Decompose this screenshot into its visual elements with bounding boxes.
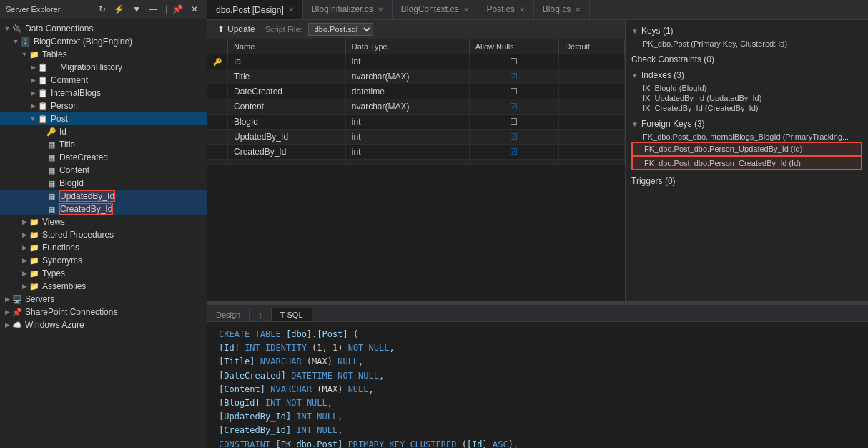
tree-item-Assemblies[interactable]: ▶ 📁 Assemblies (0, 280, 207, 293)
col-allownulls[interactable]: ☑ (469, 69, 558, 84)
tab-dbo_Post__Design_[interactable]: dbo.Post [Design]✕ (207, 0, 303, 19)
tree-item-Data_Connections[interactable]: ▼ 🔌 Data Connections (0, 22, 207, 35)
col-default[interactable] (559, 145, 625, 160)
checkbox-checked[interactable]: ☑ (510, 102, 518, 112)
tree-item-Tables[interactable]: ▼ 📁 Tables (0, 48, 207, 61)
col-datatype[interactable]: nvarchar(MAX) (345, 69, 469, 84)
col-name[interactable]: Title (228, 69, 346, 84)
col-default[interactable] (559, 115, 625, 130)
col-datatype[interactable]: nvarchar(MAX) (345, 99, 469, 115)
col-allownulls[interactable]: ☑ (469, 145, 558, 160)
col-datatype[interactable]: int (345, 115, 469, 130)
table-row[interactable]: Content nvarchar(MAX) ☑ (207, 99, 625, 115)
tree-item-Title[interactable]: ▦ Title (0, 138, 207, 151)
toolbar-collapse[interactable]: — (146, 3, 160, 16)
indexes-header[interactable]: ▼ Indexes (3) (631, 70, 862, 80)
foreign-keys-header[interactable]: ▼ Foreign Keys (3) (631, 119, 862, 129)
script-file-select[interactable]: dbo.Post.sql (308, 23, 373, 36)
tab-Post_cs[interactable]: Post.cs✕ (478, 0, 534, 19)
col-datatype[interactable]: int (345, 54, 469, 69)
tree-item-SharePoint_Connections[interactable]: ▶ 📌 SharePoint Connections (0, 306, 207, 318)
col-default[interactable] (559, 54, 625, 69)
table-row[interactable]: Title nvarchar(MAX) ☑ (207, 69, 625, 84)
table-row[interactable]: DateCreated datetime ☐ (207, 84, 625, 99)
tree-item-Synonyms[interactable]: ▶ 📁 Synonyms (0, 254, 207, 267)
tree-item-CreatedBy_Id[interactable]: ▦ CreatedBy_Id (0, 203, 207, 215)
tree-item-Functions[interactable]: ▶ 📁 Functions (0, 241, 207, 254)
col-name[interactable]: DateCreated (228, 84, 346, 99)
tree-item-InternalBlogs[interactable]: ▶ 📋 InternalBlogs (0, 87, 207, 99)
col-default[interactable] (559, 99, 625, 115)
col-name[interactable]: Content (228, 99, 346, 115)
checkbox-checked[interactable]: ☑ (510, 132, 518, 142)
col-datatype[interactable]: datetime (345, 84, 469, 99)
col-name[interactable]: UpdatedBy_Id (228, 130, 346, 145)
col-allownulls[interactable] (469, 160, 558, 165)
col-allownulls[interactable]: ☐ (469, 84, 558, 99)
tree-item-BlogId[interactable]: ▦ BlogId (0, 177, 207, 190)
triggers-header[interactable]: Triggers (0) (631, 176, 862, 186)
col-datatype[interactable] (345, 160, 469, 165)
col-datatype[interactable]: int (345, 130, 469, 145)
col-datatype[interactable]: int (345, 145, 469, 160)
table-row[interactable]: BlogId int ☐ (207, 115, 625, 130)
check-constraints-header[interactable]: Check Constraints (0) (631, 54, 862, 64)
tree-item-Post[interactable]: ▼ 📋 Post (0, 112, 207, 125)
table-row[interactable]: UpdatedBy_Id int ☑ (207, 130, 625, 145)
col-name[interactable]: Id (228, 54, 346, 69)
col-default[interactable] (559, 130, 625, 145)
tree-item-Stored_Procedures[interactable]: ▶ 📁 Stored Procedures (0, 228, 207, 241)
tree-item-Comment[interactable]: ▶ 📋 Comment (0, 74, 207, 87)
tree-item-Servers[interactable]: ▶ 🖥️ Servers (0, 293, 207, 306)
sql-tab-T_SQL[interactable]: T-SQL (272, 308, 312, 321)
sql-tab-Design[interactable]: Design (207, 308, 250, 321)
tab-Blog_cs[interactable]: Blog.cs✕ (534, 0, 590, 19)
close-tab-icon[interactable]: ✕ (378, 6, 383, 14)
col-allownulls[interactable]: ☑ (469, 99, 558, 115)
checkbox-unchecked[interactable]: ☐ (510, 117, 518, 127)
col-default[interactable] (559, 84, 625, 99)
tree-item-DateCreated[interactable]: ▦ DateCreated (0, 151, 207, 164)
toolbar-close[interactable]: ✕ (188, 3, 201, 16)
checkbox-unchecked[interactable]: ☐ (510, 87, 518, 97)
foreign-keys-title: Foreign Keys (3) (641, 119, 705, 129)
close-tab-icon[interactable]: ✕ (288, 6, 294, 14)
tree-item-Windows_Azure[interactable]: ▶ ☁️ Windows Azure (0, 318, 207, 331)
col-allownulls[interactable]: ☑ (469, 130, 558, 145)
tree-item-Views[interactable]: ▶ 📁 Views (0, 215, 207, 228)
keys-header[interactable]: ▼ Keys (1) (631, 26, 862, 36)
tab-BlogInitializer_cs[interactable]: BlogInitializer.cs✕ (303, 0, 393, 19)
tree-item-__MigrationHistory[interactable]: ▶ 📋 __MigrationHistory (0, 61, 207, 74)
toolbar-refresh[interactable]: ↻ (96, 3, 109, 16)
checkbox-checked[interactable]: ☑ (510, 147, 518, 157)
toolbar-filter[interactable]: ▼ (129, 3, 144, 16)
toolbar-pin[interactable]: 📌 (169, 3, 186, 16)
checkbox-unchecked[interactable]: ☐ (510, 57, 518, 67)
table-row[interactable] (207, 160, 625, 165)
close-tab-icon[interactable]: ✕ (519, 6, 525, 14)
expand-icon (37, 127, 46, 136)
tree-item-Content[interactable]: ▦ Content (0, 164, 207, 177)
col-name[interactable]: BlogId (228, 115, 346, 130)
update-button[interactable]: ⬆ Update (213, 23, 260, 36)
col-default[interactable] (559, 69, 625, 84)
tree-item-UpdatedBy_Id[interactable]: ▦ UpdatedBy_Id (0, 190, 207, 203)
col-allownulls[interactable]: ☐ (469, 115, 558, 130)
tree-item-Id[interactable]: 🔑 Id (0, 125, 207, 138)
close-tab-icon[interactable]: ✕ (463, 6, 469, 14)
tree-item-Person[interactable]: ▶ 📋 Person (0, 99, 207, 112)
col-name[interactable]: CreatedBy_Id (228, 145, 346, 160)
col-default[interactable] (559, 160, 625, 165)
table-row[interactable]: CreatedBy_Id int ☑ (207, 145, 625, 160)
tab-BlogContext_cs[interactable]: BlogContext.cs✕ (393, 0, 478, 19)
col-allownulls[interactable]: ☐ (469, 54, 558, 69)
sql-tab-_[interactable]: ↕ (250, 308, 272, 321)
tree-item-Types[interactable]: ▶ 📁 Types (0, 267, 207, 280)
close-tab-icon[interactable]: ✕ (575, 6, 581, 14)
col-name[interactable] (228, 160, 346, 165)
toolbar-connect[interactable]: ⚡ (111, 3, 127, 16)
foreign-keys-section: ▼ Foreign Keys (3) FK_dbo.Post_dbo.Inter… (631, 119, 862, 170)
tree-item-BlogContext__BlogEngine_[interactable]: ▼ 🗄️ BlogContext (BlogEngine) (0, 35, 207, 48)
table-row[interactable]: 🔑 Id int ☐ (207, 54, 625, 69)
checkbox-checked[interactable]: ☑ (510, 72, 518, 82)
